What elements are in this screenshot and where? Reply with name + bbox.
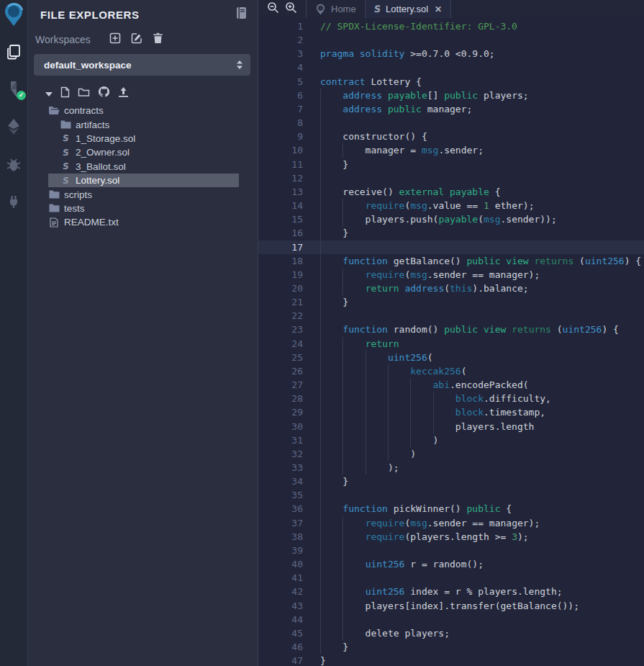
line-number[interactable]: 13	[258, 185, 303, 199]
code-line-24[interactable]: 24 return	[258, 337, 644, 351]
remix-logo-icon[interactable]	[1, 2, 26, 27]
tree-item-1-storage-sol[interactable]: S1_Storage.sol	[48, 132, 239, 145]
line-number[interactable]: 31	[258, 433, 303, 447]
line-number[interactable]: 5	[258, 75, 303, 89]
code-line-19[interactable]: 19 require(msg.sender == manager);	[258, 268, 644, 282]
code-line-6[interactable]: 6 address payable[] public players;	[258, 89, 644, 102]
code-line-31[interactable]: 31 )	[258, 433, 644, 447]
line-number[interactable]: 23	[258, 323, 303, 336]
line-number[interactable]: 42	[258, 585, 303, 598]
line-number[interactable]: 21	[258, 295, 303, 309]
code-line-28[interactable]: 28 block.difficulty,	[258, 392, 644, 405]
line-number[interactable]: 32	[258, 447, 303, 461]
code-line-13[interactable]: 13 receive() external payable {	[258, 185, 644, 199]
code-line-43[interactable]: 43 players[index].transfer(getBalance())…	[258, 599, 644, 613]
line-number[interactable]: 41	[258, 571, 303, 585]
code-line-35[interactable]: 35	[258, 488, 644, 502]
rename-workspace-icon[interactable]	[131, 32, 142, 47]
line-number[interactable]: 8	[258, 116, 303, 130]
code-line-2[interactable]: 2	[258, 33, 644, 47]
tab-home[interactable]: Home	[306, 0, 365, 18]
line-number[interactable]: 46	[258, 640, 303, 654]
line-number[interactable]: 20	[258, 282, 303, 295]
line-number[interactable]: 47	[258, 654, 303, 666]
line-number[interactable]: 2	[258, 33, 303, 47]
zoom-out-icon[interactable]	[267, 1, 279, 17]
tree-item-3-ballot-sol[interactable]: S3_Ballot.sol	[48, 160, 239, 174]
code-line-15[interactable]: 15 players.push(payable(msg.sender));	[258, 212, 644, 226]
code-line-9[interactable]: 9 constructor() {	[258, 130, 644, 143]
code-line-20[interactable]: 20 return address(this).balance;	[258, 282, 644, 295]
code-line-34[interactable]: 34 }	[258, 474, 644, 488]
line-number[interactable]: 19	[258, 268, 303, 282]
line-number[interactable]: 14	[258, 199, 303, 212]
new-file-icon[interactable]	[60, 86, 70, 101]
create-workspace-icon[interactable]	[109, 32, 121, 47]
code-line-22[interactable]: 22	[258, 309, 644, 323]
code-line-11[interactable]: 11 }	[258, 158, 644, 171]
new-folder-icon[interactable]	[78, 86, 90, 100]
line-number[interactable]: 22	[258, 309, 303, 323]
code-line-32[interactable]: 32 )	[258, 447, 644, 461]
delete-workspace-icon[interactable]	[153, 32, 163, 47]
code-line-16[interactable]: 16 }	[258, 226, 644, 240]
code-line-29[interactable]: 29 block.timestamp,	[258, 405, 644, 419]
line-number[interactable]: 45	[258, 626, 303, 640]
line-number[interactable]: 16	[258, 226, 303, 240]
line-number[interactable]: 35	[258, 488, 303, 502]
code-line-4[interactable]: 4	[258, 60, 644, 74]
deploy-and-run-icon[interactable]	[1, 114, 26, 139]
code-line-17[interactable]: 17	[258, 240, 644, 254]
code-line-26[interactable]: 26 keccak256(	[258, 364, 644, 378]
line-number[interactable]: 18	[258, 254, 303, 268]
line-number[interactable]: 29	[258, 405, 303, 419]
code-line-45[interactable]: 45 delete players;	[258, 626, 644, 640]
code-line-5[interactable]: 5contract Lottery {	[258, 75, 644, 89]
code-line-47[interactable]: 47}	[258, 654, 644, 666]
collapse-chevron-icon[interactable]	[45, 87, 53, 100]
zoom-in-icon[interactable]	[285, 1, 297, 17]
line-number[interactable]: 10	[258, 143, 303, 157]
tree-item-artifacts[interactable]: artifacts	[48, 117, 239, 131]
line-number[interactable]: 6	[258, 89, 303, 102]
code-editor[interactable]: 1// SPDX-License-Identifier: GPL-3.023pr…	[258, 18, 644, 666]
code-line-14[interactable]: 14 require(msg.value == 1 ether);	[258, 199, 644, 212]
code-line-42[interactable]: 42 uint256 index = r % players.length;	[258, 585, 644, 598]
code-line-37[interactable]: 37 require(msg.sender == manager);	[258, 516, 644, 530]
close-tab-icon[interactable]: ✕	[435, 4, 442, 14]
documentation-book-icon[interactable]	[235, 6, 248, 22]
line-number[interactable]: 17	[258, 240, 303, 254]
tree-item-lottery-sol[interactable]: SLottery.sol	[48, 174, 239, 187]
line-number[interactable]: 1	[258, 19, 303, 33]
line-number[interactable]: 44	[258, 613, 303, 626]
code-line-21[interactable]: 21 }	[258, 295, 644, 309]
code-line-18[interactable]: 18 function getBalance() public view ret…	[258, 254, 644, 268]
solidity-compiler-icon[interactable]: ✓	[1, 77, 26, 102]
code-line-41[interactable]: 41	[258, 571, 644, 585]
line-number[interactable]: 15	[258, 212, 303, 226]
line-number[interactable]: 28	[258, 392, 303, 405]
upload-file-icon[interactable]	[118, 86, 129, 101]
code-line-10[interactable]: 10 manager = msg.sender;	[258, 143, 644, 157]
code-line-39[interactable]: 39	[258, 544, 644, 557]
code-line-12[interactable]: 12	[258, 171, 644, 185]
line-number[interactable]: 24	[258, 337, 303, 351]
tree-item-readme-txt[interactable]: README.txt	[48, 215, 239, 229]
line-number[interactable]: 3	[258, 47, 303, 60]
code-line-3[interactable]: 3pragma solidity >=0.7.0 <0.9.0;	[258, 47, 644, 60]
line-number[interactable]: 9	[258, 130, 303, 143]
tree-item-scripts[interactable]: scripts	[48, 187, 239, 201]
line-number[interactable]: 43	[258, 599, 303, 613]
debugger-icon[interactable]	[1, 152, 26, 176]
code-line-46[interactable]: 46 }	[258, 640, 644, 654]
tree-item-contracts[interactable]: contracts	[48, 104, 239, 117]
line-number[interactable]: 34	[258, 474, 303, 488]
file-explorer-icon[interactable]	[1, 40, 26, 64]
line-number[interactable]: 40	[258, 557, 303, 571]
line-number[interactable]: 4	[258, 60, 303, 74]
code-line-1[interactable]: 1// SPDX-License-Identifier: GPL-3.0	[258, 19, 644, 33]
line-number[interactable]: 38	[258, 530, 303, 544]
code-line-38[interactable]: 38 require(players.length >= 3);	[258, 530, 644, 544]
code-line-33[interactable]: 33 );	[258, 461, 644, 474]
line-number[interactable]: 30	[258, 420, 303, 433]
